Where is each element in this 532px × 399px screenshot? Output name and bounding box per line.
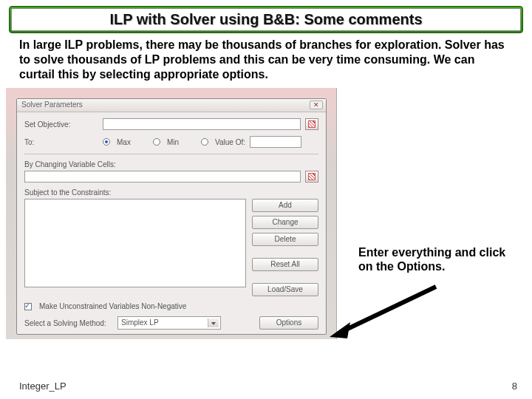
range-picker-icon[interactable] <box>305 118 318 130</box>
label-nonneg: Make Unconstrained Variables Non-Negativ… <box>39 302 186 310</box>
radio-max[interactable] <box>103 138 110 146</box>
row-to: To: Max Min Value Of: <box>24 136 318 148</box>
change-button[interactable]: Change <box>252 216 318 229</box>
row-nonneg: Make Unconstrained Variables Non-Negativ… <box>24 302 318 310</box>
load-save-button[interactable]: Load/Save <box>252 283 318 296</box>
label-subject: Subject to the Constraints: <box>24 188 318 197</box>
input-valueof[interactable] <box>250 136 301 148</box>
label-method: Select a Solving Method: <box>24 319 113 327</box>
footer-left: Integer_LP <box>19 381 66 392</box>
slide-title-banner: ILP with Solver using B&B: Some comments <box>9 6 523 33</box>
page-number: 8 <box>512 381 517 392</box>
range-picker-icon[interactable] <box>305 171 318 183</box>
slide-title: ILP with Solver using B&B: Some comments <box>11 8 521 31</box>
label-changing: By Changing Variable Cells: <box>24 160 318 168</box>
row-method: Select a Solving Method: Simplex LP Opti… <box>24 316 318 330</box>
divider <box>24 154 318 154</box>
select-method[interactable]: Simplex LP <box>117 316 221 330</box>
constraint-buttons: Add Change Delete Reset All Load/Save <box>252 199 318 296</box>
label-to: To: <box>24 138 98 146</box>
body-paragraph: In large ILP problems, there may be thou… <box>19 38 513 82</box>
radio-valueof[interactable] <box>201 138 208 146</box>
row-constraints: Add Change Delete Reset All Load/Save <box>24 199 318 296</box>
input-objective[interactable] <box>103 118 301 130</box>
select-method-value: Simplex LP <box>121 318 159 327</box>
input-changing-cells[interactable] <box>24 171 301 183</box>
arrow-icon <box>325 273 458 347</box>
checkbox-nonneg[interactable] <box>24 303 32 310</box>
reset-all-button[interactable]: Reset All <box>252 258 318 271</box>
solver-parameters-dialog: Solver Parameters ✕ Set Objective: To: M… <box>16 98 327 335</box>
label-min: Min <box>167 138 179 146</box>
options-button[interactable]: Options <box>259 316 318 330</box>
annotation-text: Enter everything and click on the Option… <box>358 245 514 273</box>
row-changing <box>24 171 318 183</box>
screenshot-backdrop: Solver Parameters ✕ Set Objective: To: M… <box>6 88 337 339</box>
slide-title-text: ILP with Solver using B&B: Some comments <box>109 11 422 27</box>
label-set-objective: Set Objective: <box>24 120 98 129</box>
delete-button[interactable]: Delete <box>252 233 318 246</box>
close-icon[interactable]: ✕ <box>310 100 323 109</box>
constraints-listbox[interactable] <box>24 199 246 287</box>
add-button[interactable]: Add <box>252 199 318 212</box>
dialog-body: Set Objective: To: Max Min Value Of: By … <box>17 112 326 341</box>
label-max: Max <box>117 138 131 146</box>
dialog-title-text: Solver Parameters <box>21 100 83 109</box>
row-objective: Set Objective: <box>24 118 318 130</box>
svg-line-0 <box>340 287 436 332</box>
label-valueof: Value Of: <box>215 138 245 146</box>
dialog-titlebar: Solver Parameters ✕ <box>17 99 326 112</box>
radio-min[interactable] <box>153 138 160 146</box>
